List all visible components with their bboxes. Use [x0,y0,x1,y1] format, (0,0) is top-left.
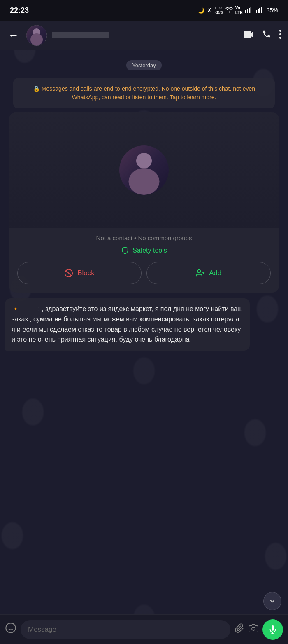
bottom-bar [0,614,288,644]
phone-call-button[interactable] [262,30,271,41]
contact-preview-avatar [119,145,169,195]
encryption-text: 🔒 Messages and calls are end-to-end encr… [21,84,267,102]
contact-card-info: Not a contact • No common groups Safety … [9,228,279,293]
message-text: 🔸··········: , здравствуйте это из яндек… [12,304,243,345]
date-separator: Yesterday [5,60,283,70]
contact-card: Not a contact • No common groups Safety … [9,112,279,293]
contact-name-blurred [52,32,109,38]
do-not-disturb-icon: 🌙 [198,7,204,14]
signal-bars-icon [245,7,253,14]
svg-rect-2 [249,8,250,13]
video-call-button[interactable] [244,30,254,41]
safety-tools-label: Safety tools [132,247,167,254]
svg-point-8 [279,30,281,32]
date-badge: Yesterday [126,60,161,70]
svg-point-9 [279,33,281,35]
svg-rect-1 [247,9,248,13]
block-label: Block [77,269,95,277]
svg-line-14 [66,271,72,276]
header-actions [244,30,281,41]
signal-bars2-icon [256,7,264,14]
contact-info [52,32,239,39]
block-button[interactable]: Block [17,262,142,284]
svg-rect-6 [259,8,260,13]
svg-point-10 [279,37,281,39]
avatar[interactable] [26,25,47,46]
battery-percent: 35% [267,7,278,14]
data-speed: 1.00 KB/S [214,6,223,15]
svg-rect-5 [258,9,259,13]
encryption-notice[interactable]: 🔒 Messages and calls are end-to-end encr… [13,78,275,108]
mic-button[interactable] [262,619,283,640]
safety-tools-button[interactable]: Safety tools [121,246,167,255]
svg-rect-3 [250,7,251,13]
bluetooth-icon: ✗ [207,7,212,14]
volte-icon: VoLTE [235,6,243,15]
add-contact-button[interactable]: Add [146,262,271,284]
svg-rect-7 [261,7,262,13]
status-time: 22:23 [10,6,29,15]
back-button[interactable]: ← [7,27,21,43]
chat-area: Yesterday 🔒 Messages and calls are end-t… [0,50,288,614]
attachment-button[interactable] [235,623,244,636]
not-contact-text: Not a contact • No common groups [17,234,271,241]
svg-point-18 [6,623,15,632]
emoji-button[interactable] [5,622,16,637]
wifi-icon [225,7,233,14]
svg-rect-4 [256,10,257,13]
action-buttons: Block Add [17,262,271,284]
scroll-down-button[interactable] [263,592,281,610]
message-input[interactable] [21,620,230,639]
status-bar: 22:23 🌙 ✗ 1.00 KB/S VoLTE [0,0,288,21]
add-label: Add [209,269,221,277]
svg-point-21 [252,627,255,630]
more-options-button[interactable] [279,30,281,41]
contact-preview [9,112,279,228]
svg-point-15 [197,270,200,273]
camera-button[interactable] [249,623,258,636]
chat-header: ← [0,21,288,50]
message-bubble: 🔸··········: , здравствуйте это из яндек… [5,298,250,351]
svg-rect-0 [245,10,246,13]
status-icons: 🌙 ✗ 1.00 KB/S VoLTE [198,6,278,15]
